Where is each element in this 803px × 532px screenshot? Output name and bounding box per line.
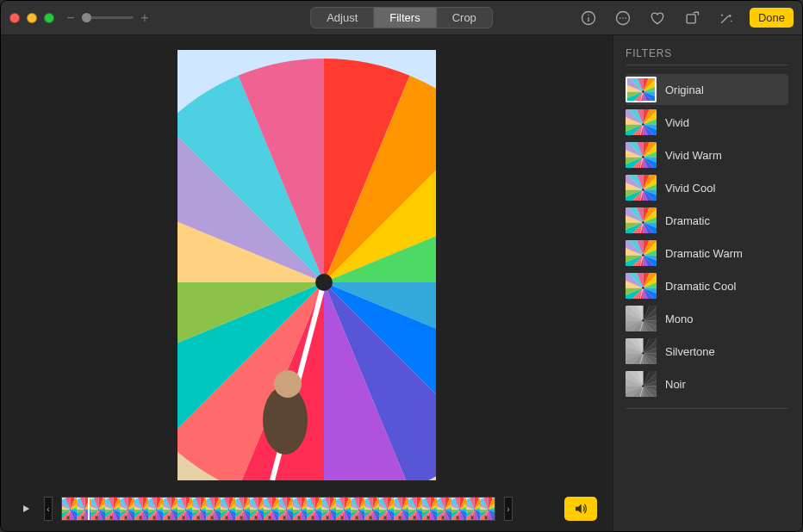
filter-item-dramatic[interactable]: Dramatic	[626, 205, 788, 236]
done-button[interactable]: Done	[750, 8, 794, 28]
svg-point-92	[283, 515, 285, 517]
svg-point-70	[228, 510, 229, 510]
content: ‹ › FILTERS OriginalVividVivid WarmVivid…	[1, 35, 802, 531]
filter-item-noir[interactable]: Noir	[626, 368, 788, 399]
filter-item-mono[interactable]: Mono	[626, 303, 788, 334]
svg-point-115	[358, 510, 359, 510]
timeline-frame[interactable]	[206, 498, 221, 520]
svg-rect-7	[687, 14, 695, 22]
tab-filters[interactable]: Filters	[374, 8, 436, 28]
tab-adjust[interactable]: Adjust	[311, 8, 374, 28]
timeline-frame[interactable]	[235, 498, 250, 520]
svg-point-42	[140, 515, 141, 517]
timeline-frame[interactable]	[250, 498, 265, 520]
timeline-strip[interactable]	[61, 497, 495, 521]
filter-item-vivid-cool[interactable]: Vivid Cool	[626, 172, 788, 203]
trim-start-handle[interactable]: ‹	[44, 497, 53, 521]
timeline-frame[interactable]	[148, 498, 163, 520]
filter-label: Vivid Warm	[665, 149, 722, 162]
timeline-frame[interactable]	[408, 498, 423, 520]
zoom-track[interactable]	[82, 16, 134, 19]
timeline-frame[interactable]	[451, 498, 466, 520]
svg-point-85	[271, 510, 272, 510]
timeline-frame[interactable]	[351, 498, 365, 520]
filter-thumb-original	[626, 77, 657, 102]
svg-point-112	[341, 515, 343, 517]
zoom-slider[interactable]: − +	[65, 11, 151, 25]
svg-point-137	[414, 515, 415, 517]
svg-point-130	[402, 510, 402, 510]
filter-item-dramatic-warm[interactable]: Dramatic Warm	[626, 238, 788, 269]
filter-item-silvertone[interactable]: Silvertone	[626, 336, 788, 367]
svg-point-15	[70, 510, 71, 510]
timeline-frame[interactable]	[177, 498, 192, 520]
timeline-frame[interactable]	[466, 498, 481, 520]
svg-point-77	[240, 515, 242, 517]
svg-point-17	[67, 515, 69, 517]
svg-point-95	[301, 510, 302, 510]
filter-item-vivid-warm[interactable]: Vivid Warm	[626, 139, 788, 170]
svg-point-160	[488, 510, 489, 510]
playhead[interactable]	[88, 497, 90, 521]
favorite-icon[interactable]	[646, 7, 669, 29]
filter-item-vivid[interactable]: Vivid	[626, 107, 788, 138]
svg-point-5	[622, 17, 624, 19]
svg-point-62	[197, 515, 199, 517]
timeline-frame[interactable]	[437, 498, 451, 520]
timeline-frame[interactable]	[307, 498, 321, 520]
timeline-frame[interactable]	[163, 498, 177, 520]
zoom-knob[interactable]	[82, 13, 91, 22]
sidebar-title: FILTERS	[626, 47, 788, 59]
timeline-frame[interactable]	[264, 498, 278, 520]
filter-item-original[interactable]: Original	[626, 74, 788, 105]
timeline-frame[interactable]	[364, 498, 379, 520]
filter-thumb-vivid-warm	[626, 142, 657, 168]
timeline-frame[interactable]	[120, 498, 134, 520]
timeline-frame[interactable]	[422, 498, 437, 520]
info-icon[interactable]	[577, 7, 600, 29]
audio-toggle-button[interactable]	[564, 497, 597, 521]
svg-point-205	[642, 352, 644, 354]
timeline-frame[interactable]	[379, 498, 394, 520]
svg-point-175	[642, 156, 644, 158]
timeline-frame[interactable]	[278, 498, 293, 520]
timeline-frame[interactable]	[105, 498, 120, 520]
timeline-frame[interactable]	[221, 498, 235, 520]
timeline-frame[interactable]	[321, 498, 336, 520]
svg-point-135	[416, 510, 417, 510]
timeline-frame[interactable]	[192, 498, 207, 520]
svg-point-65	[214, 510, 215, 510]
rotate-icon[interactable]	[681, 7, 703, 29]
fullscreen-window-button[interactable]	[44, 13, 54, 23]
svg-point-20	[84, 510, 85, 510]
minimize-window-button[interactable]	[27, 13, 37, 23]
svg-point-75	[243, 510, 244, 510]
photo-preview[interactable]	[177, 50, 436, 480]
timeline-frame[interactable]	[394, 498, 408, 520]
stage: ‹ ›	[1, 35, 613, 531]
timeline-frame[interactable]	[90, 498, 105, 520]
tab-crop[interactable]: Crop	[437, 8, 492, 28]
close-window-button[interactable]	[9, 13, 20, 23]
svg-point-52	[168, 515, 170, 517]
play-button[interactable]	[16, 499, 35, 518]
filter-thumb-vivid	[626, 109, 657, 135]
timeline-frame[interactable]	[134, 498, 149, 520]
svg-point-90	[286, 510, 287, 510]
svg-point-122	[370, 515, 372, 517]
svg-point-145	[445, 510, 445, 510]
timeline-frame[interactable]	[480, 498, 495, 520]
filter-item-dramatic-cool[interactable]: Dramatic Cool	[626, 270, 788, 301]
more-icon[interactable]	[612, 7, 634, 29]
timeline-frame[interactable]	[293, 498, 308, 520]
timeline-frame[interactable]	[62, 498, 77, 520]
timeline-frame[interactable]	[336, 498, 351, 520]
zoom-in-icon[interactable]: +	[139, 11, 151, 25]
svg-point-4	[619, 17, 621, 19]
zoom-out-icon[interactable]: −	[65, 11, 77, 25]
auto-enhance-icon[interactable]	[715, 7, 738, 29]
svg-point-170	[642, 123, 644, 125]
svg-point-60	[200, 510, 201, 510]
trim-end-handle[interactable]: ›	[504, 497, 513, 521]
filter-thumb-vivid-cool	[626, 175, 657, 201]
